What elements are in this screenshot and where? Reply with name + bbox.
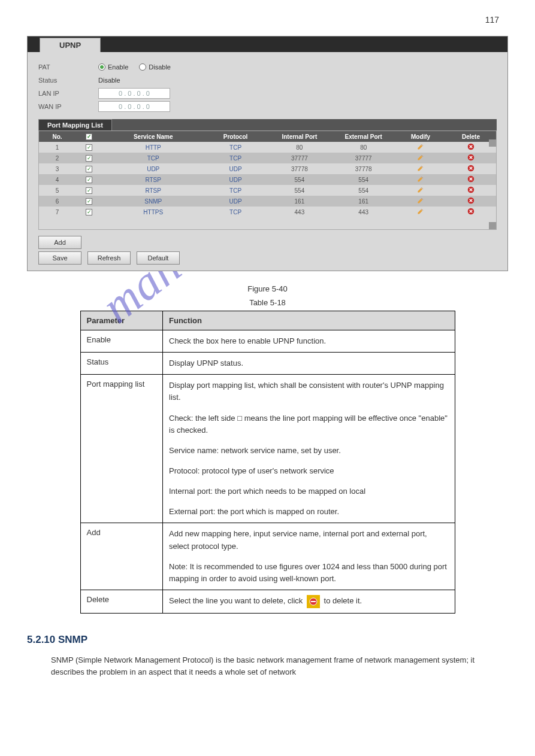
- status-value: Disable: [98, 77, 120, 84]
- cell-modify[interactable]: [395, 174, 446, 185]
- cell-service: RTSP: [103, 185, 204, 196]
- func-delete: Select the line you want to delete, clic…: [163, 590, 455, 613]
- cell-internal: 554: [267, 174, 331, 185]
- delete-icon: [467, 210, 474, 216]
- cell-delete[interactable]: [446, 174, 496, 185]
- port-mapping-table-container: No. Service Name Protocol Internal Port …: [38, 130, 497, 230]
- delete-icon: [467, 188, 474, 195]
- section-body: SNMP (Simple Network Management Protocol…: [51, 654, 484, 678]
- table-row: 7HTTPSTCP443443: [39, 207, 496, 217]
- cell-protocol: TCP: [204, 142, 268, 153]
- lanip-label: LAN IP: [38, 90, 98, 97]
- cell-check[interactable]: [75, 185, 103, 196]
- table-row: 2TCPTCP3777737777: [39, 153, 496, 163]
- cell-modify[interactable]: [395, 142, 446, 153]
- cell-service: TCP: [103, 153, 204, 163]
- cell-internal: 554: [267, 185, 331, 196]
- cell-modify[interactable]: [395, 207, 446, 217]
- pat-enable-radio[interactable]: Enable: [98, 63, 128, 71]
- cell-no: 2: [39, 153, 75, 163]
- cell-external: 37778: [331, 163, 395, 174]
- edit-icon: [417, 188, 424, 195]
- upnp-panel: UPNP PAT Enable Disable Status Di: [27, 36, 508, 271]
- checkbox-icon: [86, 187, 92, 194]
- port-mapping-tab[interactable]: Port Mapping List: [38, 119, 112, 130]
- cell-modify[interactable]: [395, 153, 446, 163]
- cell-delete[interactable]: [446, 153, 496, 163]
- table-row: 5RTSPTCP554554: [39, 185, 496, 196]
- cell-protocol: TCP: [204, 207, 268, 217]
- table-row: 1HTTPTCP8080: [39, 142, 496, 153]
- cell-check[interactable]: [75, 142, 103, 153]
- cell-check[interactable]: [75, 207, 103, 217]
- param-delete: Delete: [80, 590, 163, 613]
- table-caption: Table 5-18: [27, 298, 508, 307]
- cell-service: SNMP: [103, 196, 204, 207]
- tab-upnp[interactable]: UPNP: [40, 38, 101, 52]
- func-add: Add new mapping here, input service name…: [163, 523, 455, 590]
- figure-caption: Figure 5-40: [27, 284, 508, 293]
- param-portmaplist: Port mapping list: [80, 375, 163, 523]
- col-service: Service Name: [103, 131, 204, 142]
- wanip-input[interactable]: 0 . 0 . 0 . 0: [98, 101, 170, 112]
- col-function: Function: [163, 311, 455, 330]
- page-number: 117: [485, 15, 499, 25]
- func-status: Display UPNP status.: [163, 353, 455, 375]
- cell-delete[interactable]: [446, 185, 496, 196]
- parameter-table: Parameter Function Enable Check the box …: [80, 311, 455, 614]
- section-heading: 5.2.10 SNMP: [27, 634, 508, 646]
- param-add: Add: [80, 523, 163, 590]
- cell-service: HTTPS: [103, 207, 204, 217]
- delete-icon: [467, 145, 474, 151]
- cell-check[interactable]: [75, 153, 103, 163]
- func-portmaplist: Display port mapping list, which shall b…: [163, 375, 455, 523]
- col-no: No.: [39, 131, 75, 142]
- cell-external: 554: [331, 174, 395, 185]
- svg-rect-8: [311, 601, 316, 602]
- cell-no: 5: [39, 185, 75, 196]
- cell-service: UDP: [103, 163, 204, 174]
- cell-check[interactable]: [75, 196, 103, 207]
- pat-label: PAT: [38, 63, 98, 71]
- add-button[interactable]: Add: [38, 236, 81, 249]
- cell-no: 4: [39, 174, 75, 185]
- cell-external: 80: [331, 142, 395, 153]
- cell-internal: 80: [267, 142, 331, 153]
- cell-protocol: TCP: [204, 153, 268, 163]
- edit-icon: [417, 166, 424, 173]
- cell-delete[interactable]: [446, 207, 496, 217]
- cell-modify[interactable]: [395, 185, 446, 196]
- cell-delete[interactable]: [446, 196, 496, 207]
- checkbox-icon: [86, 144, 92, 151]
- cell-internal: 37778: [267, 163, 331, 174]
- col-check[interactable]: [75, 131, 103, 142]
- param-status: Status: [80, 353, 163, 375]
- edit-icon: [417, 156, 424, 162]
- func-enable: Check the box here to enable UPNP functi…: [163, 330, 455, 353]
- cell-internal: 37777: [267, 153, 331, 163]
- cell-modify[interactable]: [395, 196, 446, 207]
- cell-check[interactable]: [75, 174, 103, 185]
- col-parameter: Parameter: [80, 311, 163, 330]
- port-mapping-tabbar: Port Mapping List: [38, 119, 497, 130]
- col-modify: Modify: [395, 131, 446, 142]
- default-button[interactable]: Default: [137, 251, 180, 265]
- checkbox-icon: [86, 209, 92, 215]
- delete-icon: [467, 177, 474, 184]
- table-row: 4RTSPUDP554554: [39, 174, 496, 185]
- pat-disable-radio[interactable]: Disable: [139, 63, 171, 71]
- scrollbar-thumb[interactable]: [489, 222, 496, 229]
- checkbox-icon: [86, 155, 92, 162]
- checkbox-icon: [86, 177, 92, 183]
- cell-check[interactable]: [75, 163, 103, 174]
- save-button[interactable]: Save: [38, 251, 81, 265]
- cell-protocol: UDP: [204, 174, 268, 185]
- refresh-button[interactable]: Refresh: [87, 251, 131, 265]
- cell-modify[interactable]: [395, 163, 446, 174]
- lanip-input[interactable]: 0 . 0 . 0 . 0: [98, 88, 170, 99]
- scrollbar-thumb[interactable]: [489, 139, 496, 147]
- table-row: 6SNMPUDP161161: [39, 196, 496, 207]
- cell-delete[interactable]: [446, 163, 496, 174]
- checkbox-icon: [86, 133, 92, 140]
- cell-service: RTSP: [103, 174, 204, 185]
